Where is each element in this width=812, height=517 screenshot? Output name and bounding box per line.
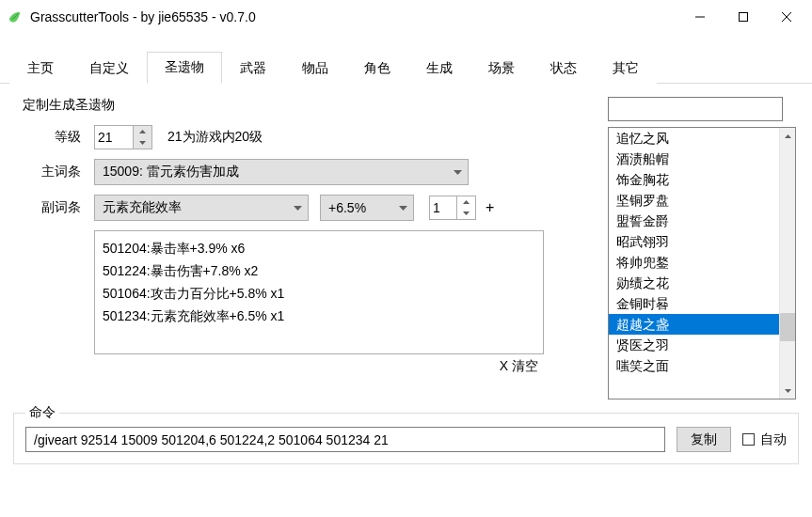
tab[interactable]: 圣遗物 xyxy=(147,52,222,84)
auto-checkbox[interactable]: 自动 xyxy=(742,431,787,448)
window-title: GrasscutterTools - by jie65535 - v0.7.0 xyxy=(30,9,678,24)
minimize-button[interactable] xyxy=(678,3,722,31)
chevron-down-icon xyxy=(392,206,413,211)
level-up[interactable] xyxy=(134,126,151,137)
chevron-down-icon xyxy=(287,206,308,211)
list-item[interactable]: 将帅兜鍪 xyxy=(609,252,779,273)
level-input[interactable] xyxy=(95,126,133,149)
mainstat-select[interactable]: 15009: 雷元素伤害加成 xyxy=(94,159,469,185)
artifact-search-input[interactable] xyxy=(608,97,783,121)
list-item[interactable]: 金铜时晷 xyxy=(609,293,779,314)
add-substat-button[interactable]: + xyxy=(486,199,494,216)
svg-rect-0 xyxy=(740,13,748,22)
substat-value-select[interactable]: +6.5% xyxy=(320,195,414,221)
count-input[interactable] xyxy=(430,196,456,219)
list-item[interactable]: 坚铜罗盘 xyxy=(609,190,779,211)
list-item[interactable]: 贤医之羽 xyxy=(609,335,779,355)
checkbox-icon xyxy=(742,433,755,446)
tab[interactable]: 自定义 xyxy=(72,53,147,84)
list-item[interactable]: 饰金胸花 xyxy=(609,169,779,190)
scroll-up-button[interactable] xyxy=(780,128,795,144)
clear-button[interactable]: X 清空 xyxy=(94,354,544,375)
count-up[interactable] xyxy=(457,196,475,208)
count-spinner[interactable] xyxy=(429,196,476,220)
substat-name-select[interactable]: 元素充能效率 xyxy=(94,195,309,221)
close-button[interactable] xyxy=(765,3,808,31)
titlebar: GrasscutterTools - by jie65535 - v0.7.0 xyxy=(0,0,812,34)
tab[interactable]: 武器 xyxy=(222,53,284,84)
command-input[interactable] xyxy=(25,427,665,452)
count-down[interactable] xyxy=(457,208,475,219)
substat-textarea[interactable]: 501204:暴击率+3.9% x6 501224:暴击伤害+7.8% x2 5… xyxy=(94,230,544,354)
list-item[interactable]: 勋绩之花 xyxy=(609,273,779,293)
mainstat-label: 主词条 xyxy=(15,164,81,180)
tab[interactable]: 其它 xyxy=(595,53,657,84)
artifact-listbox: 追忆之风酒渍船帽饰金胸花坚铜罗盘盟誓金爵昭武翎羽将帅兜鍪勋绩之花金铜时晷超越之盏… xyxy=(608,127,796,400)
list-item[interactable]: 酒渍船帽 xyxy=(609,149,779,169)
copy-button[interactable]: 复制 xyxy=(677,427,731,452)
chevron-down-icon xyxy=(447,170,468,175)
section-title: 定制生成圣遗物 xyxy=(23,97,598,114)
scroll-down-button[interactable] xyxy=(780,383,795,399)
tab[interactable]: 场景 xyxy=(470,53,533,84)
command-fieldset: 命令 复制 自动 xyxy=(13,413,799,464)
maximize-button[interactable] xyxy=(722,3,765,31)
scroll-thumb[interactable] xyxy=(780,313,795,341)
substat-label: 副词条 xyxy=(15,199,81,216)
command-legend: 命令 xyxy=(25,404,59,421)
tab[interactable]: 角色 xyxy=(346,53,408,84)
list-item[interactable]: 昭武翎羽 xyxy=(609,231,779,252)
list-item[interactable]: 盟誓金爵 xyxy=(609,211,779,231)
app-icon xyxy=(8,8,24,25)
tab[interactable]: 主页 xyxy=(9,53,72,84)
tab[interactable]: 物品 xyxy=(284,53,346,84)
tab[interactable]: 状态 xyxy=(533,53,595,84)
level-label: 等级 xyxy=(15,129,81,146)
level-spinner[interactable] xyxy=(94,125,152,149)
list-item[interactable]: 超越之盏 xyxy=(609,314,779,335)
tab-bar: 主页自定义圣遗物武器物品角色生成场景状态其它 xyxy=(0,34,812,84)
tab[interactable]: 生成 xyxy=(408,53,470,84)
scrollbar[interactable] xyxy=(779,128,795,399)
list-item[interactable]: 追忆之风 xyxy=(609,128,779,149)
level-down[interactable] xyxy=(134,137,151,149)
list-item[interactable]: 嗤笑之面 xyxy=(609,355,779,376)
level-note: 21为游戏内20级 xyxy=(167,129,263,146)
